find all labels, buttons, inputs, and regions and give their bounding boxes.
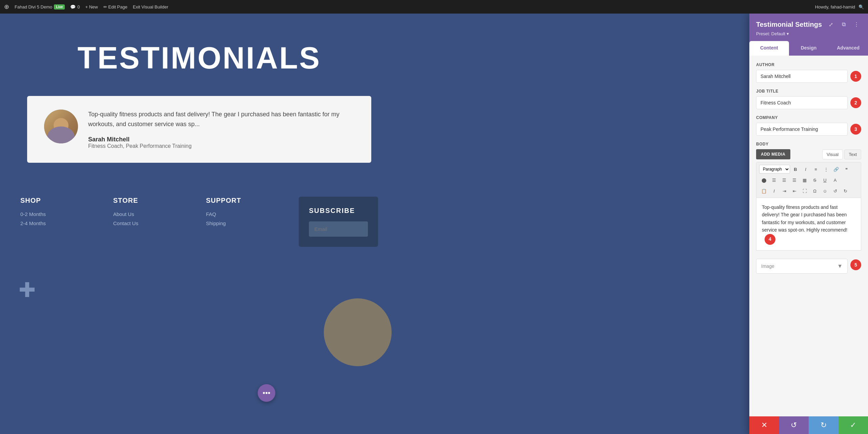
company-field-group: Company 3: [756, 115, 861, 136]
bold-button[interactable]: B: [791, 164, 800, 174]
tab-content[interactable]: Content: [749, 41, 789, 56]
panel-title: Testimonial Settings: [756, 21, 822, 28]
align-center-button[interactable]: ☰: [769, 175, 779, 185]
support-link-1[interactable]: FAQ: [206, 211, 285, 217]
job-title-input-row: 2: [756, 96, 861, 109]
image-arrow-icon: ▼: [837, 263, 843, 269]
italic-button[interactable]: I: [801, 164, 810, 174]
body-section: Body ADD MEDIA Visual Text Paragraph B I…: [756, 142, 861, 251]
editor-content[interactable]: Top-quality fitness products and fast de…: [756, 198, 861, 251]
panel-tabs: Content Design Advanced: [749, 41, 868, 56]
italic2-button[interactable]: I: [769, 186, 779, 196]
align-right-button[interactable]: ☰: [780, 175, 789, 185]
image-field-row-wrapper: Image ▼ 5: [756, 256, 861, 274]
ol-button[interactable]: ⋮: [821, 164, 831, 174]
link-button[interactable]: 🔗: [831, 164, 841, 174]
image-field-group: Image ▼ 5: [756, 256, 861, 274]
omega-button[interactable]: Ω: [810, 186, 820, 196]
undo-button[interactable]: ↺: [779, 416, 809, 434]
panel-header-icons: ⤢ ⧉ ⋮: [826, 20, 861, 29]
live-badge: Live: [54, 4, 65, 9]
add-media-button[interactable]: ADD MEDIA: [756, 149, 790, 159]
paragraph-select[interactable]: Paragraph: [759, 165, 790, 174]
site-name[interactable]: Fahad Divi 5 Demo Live: [15, 4, 65, 9]
page-content: ✚ TESTIMONIALS Top-quality fitness produ…: [0, 14, 398, 434]
toolbar-row-3: 📋 I ⇥ ⇤ ⛶ Ω ☺ ↺ ↻: [759, 186, 858, 196]
indent-button[interactable]: ⇥: [780, 186, 789, 196]
howdy-text: Howdy, fahad-hamid: [815, 4, 855, 9]
color-button[interactable]: A: [830, 175, 840, 185]
testimonial-text: Top-quality fitness products and fast de…: [88, 110, 354, 129]
comments-item[interactable]: 💬 0: [70, 4, 80, 9]
editor-text: Top-quality fitness products and fast de…: [762, 204, 847, 233]
subscribe-heading: SUBSCRIBE: [309, 207, 368, 215]
toolbar-row-1: Paragraph B I ≡ ⋮ 🔗 ❝: [759, 164, 858, 174]
panel-expand-icon[interactable]: ⤢: [826, 20, 835, 29]
company-label: Company: [756, 115, 861, 120]
redo-button[interactable]: ↻: [809, 416, 839, 434]
settings-panel: Testimonial Settings ⤢ ⧉ ⋮ Preset: Defau…: [749, 14, 868, 434]
testimonial-role: Fitness Coach, Peak Performance Training: [88, 143, 354, 149]
tab-advanced[interactable]: Advanced: [828, 41, 868, 56]
company-input[interactable]: [756, 123, 848, 136]
wp-logo-icon[interactable]: ⊕: [4, 3, 9, 11]
author-label: Author: [756, 62, 861, 67]
table-button[interactable]: ▦: [800, 175, 809, 185]
align-justify-button[interactable]: ☰: [790, 175, 799, 185]
panel-preset[interactable]: Preset: Default ▾: [756, 31, 861, 36]
support-heading: SUPPORT: [206, 197, 285, 204]
admin-bar-right: Howdy, fahad-hamid 🔍: [815, 4, 864, 9]
undo-editor-button[interactable]: ↺: [830, 186, 840, 196]
image-field[interactable]: Image ▼: [756, 259, 848, 274]
underline-button[interactable]: U: [820, 175, 830, 185]
paste-button[interactable]: 📋: [759, 186, 769, 196]
footer-support: SUPPORT FAQ Shipping: [206, 197, 285, 247]
testimonials-title: TESTIMONIALS: [20, 41, 378, 76]
badge-4: 4: [765, 234, 775, 245]
ul-button[interactable]: ≡: [811, 164, 821, 174]
email-input[interactable]: [309, 221, 368, 237]
strikethrough-button[interactable]: S: [810, 175, 820, 185]
gold-circle-decoration: [324, 298, 392, 366]
panel-split-icon[interactable]: ⧉: [839, 20, 848, 29]
new-button[interactable]: + New: [85, 4, 98, 9]
visual-tab[interactable]: Visual: [822, 150, 843, 159]
badge-5: 5: [850, 259, 861, 270]
panel-title-row: Testimonial Settings ⤢ ⧉ ⋮: [756, 20, 861, 29]
tab-design[interactable]: Design: [789, 41, 829, 56]
fullscreen-button[interactable]: ⛶: [800, 186, 809, 196]
body-label: Body: [756, 142, 861, 146]
editor-toolbar: Paragraph B I ≡ ⋮ 🔗 ❝ ⬤ ☰ ☰ ☰ ▦ S U: [756, 162, 861, 198]
exit-builder-button[interactable]: Exit Visual Builder: [133, 4, 169, 9]
testimonial-author: Sarah Mitchell: [88, 136, 354, 143]
outdent-button[interactable]: ⇤: [790, 186, 799, 196]
shop-link-1[interactable]: 0-2 Months: [20, 211, 100, 217]
author-field-group: Author 1: [756, 62, 861, 83]
cancel-button[interactable]: ✕: [749, 416, 779, 434]
store-link-1[interactable]: About Us: [113, 211, 193, 217]
plus-decoration: ✚: [19, 278, 36, 302]
emoji-button[interactable]: ☺: [820, 186, 830, 196]
quote-button[interactable]: ❝: [842, 164, 851, 174]
dots-menu-button[interactable]: •••: [258, 384, 275, 402]
badge-1: 1: [850, 71, 861, 82]
author-input[interactable]: [756, 70, 848, 83]
support-link-2[interactable]: Shipping: [206, 220, 285, 226]
store-link-2[interactable]: Contact Us: [113, 220, 193, 226]
admin-bar: ⊕ Fahad Divi 5 Demo Live 💬 0 + New ✏ Edi…: [0, 0, 868, 14]
shop-heading: SHOP: [20, 197, 100, 204]
footer-store: STORE About Us Contact Us: [113, 197, 193, 247]
author-input-row: 1: [756, 70, 861, 83]
panel-more-icon[interactable]: ⋮: [852, 20, 861, 29]
edit-page-button[interactable]: ✏ Edit Page: [103, 4, 127, 9]
store-heading: STORE: [113, 197, 193, 204]
job-title-input[interactable]: [756, 96, 848, 109]
redo-editor-button[interactable]: ↻: [841, 186, 850, 196]
shop-link-2[interactable]: 2-4 Months: [20, 220, 100, 226]
admin-search-icon[interactable]: 🔍: [859, 4, 864, 9]
align-left-button[interactable]: ⬤: [759, 175, 769, 185]
save-button[interactable]: ✓: [839, 416, 868, 434]
testimonial-card: Top-quality fitness products and fast de…: [27, 96, 371, 163]
text-tab[interactable]: Text: [844, 150, 861, 159]
subscribe-box: SUBSCRIBE: [299, 197, 378, 247]
